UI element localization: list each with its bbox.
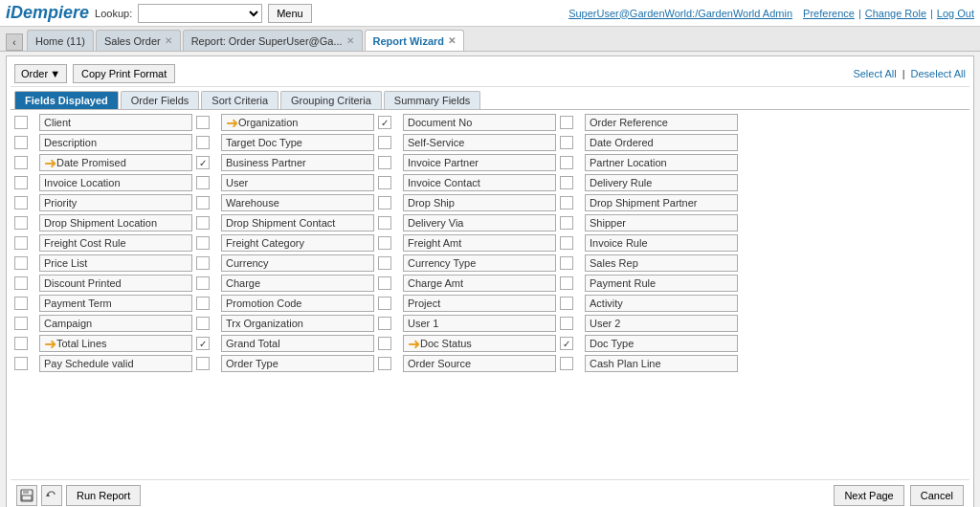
field-row-5-col1-checkbox[interactable] [14, 216, 28, 230]
field-row-4-col2-checkbox[interactable] [196, 196, 210, 209]
field-row-10-col4-checkbox[interactable] [560, 317, 573, 330]
field-row-1-col1-label: Description [39, 134, 192, 151]
field-row-3-col2-checkbox[interactable] [196, 176, 210, 189]
field-row-8-col2-checkbox[interactable] [196, 276, 210, 290]
field-row-7-col1-checkbox[interactable] [14, 256, 28, 270]
field-row-4-col1-checkbox[interactable] [14, 196, 28, 209]
field-row-11-col4-checkbox[interactable] [560, 337, 573, 350]
tab-nav-prev[interactable]: ‹ [6, 33, 23, 51]
tab-report-order-close[interactable]: ✕ [346, 35, 354, 46]
field-row-9-col1-checkbox[interactable] [14, 297, 28, 310]
lookup-label: Lookup: [95, 8, 132, 19]
field-row-2-col4-checkbox[interactable] [560, 156, 573, 169]
field-row-3-col4-checkbox[interactable] [560, 176, 573, 189]
field-row-5-col2-checkbox[interactable] [196, 216, 210, 230]
field-row-2-col2-checkbox[interactable] [196, 156, 210, 169]
logout-link[interactable]: Log Out [937, 8, 974, 19]
field-row-1-col4-checkbox[interactable] [560, 136, 573, 149]
sub-tab-order-fields[interactable]: Order Fields [121, 91, 200, 109]
field-row-11-col1-checkbox[interactable] [14, 337, 28, 350]
tab-sales-order[interactable]: Sales Order ✕ [96, 30, 181, 51]
tab-report-order[interactable]: Report: Order SuperUser@Ga... ✕ [183, 30, 363, 51]
field-row-1-col2-label: Target Doc Type [221, 134, 374, 151]
field-row-9-col4-label: Activity [585, 295, 738, 312]
order-dropdown-button[interactable]: Order ▼ [14, 64, 67, 83]
undo-icon-button[interactable] [41, 485, 62, 506]
field-row-9-col2-checkbox[interactable] [196, 297, 210, 310]
next-page-button[interactable]: Next Page [834, 485, 903, 506]
field-row-1-col3-checkbox[interactable] [378, 136, 391, 149]
sub-tab-fields-displayed[interactable]: Fields Displayed [14, 91, 119, 109]
field-row-0-col1-checkbox[interactable] [14, 116, 28, 129]
select-all-link[interactable]: Select All [853, 68, 896, 79]
field-row-1-col2-checkbox[interactable] [196, 136, 210, 149]
field-row-4-col3-checkbox[interactable] [378, 196, 391, 209]
field-row-7-col1-label: Price List [39, 254, 192, 272]
field-row-4-col4-checkbox[interactable] [560, 196, 573, 209]
field-row-7-col2-checkbox[interactable] [196, 256, 210, 270]
field-row-5-col1-label: Drop Shipment Location [39, 214, 192, 231]
field-row-11-col3-label: ➜ Doc Status [403, 335, 556, 352]
field-row-0-col4-checkbox[interactable] [560, 116, 573, 129]
field-row-3-col1-checkbox[interactable] [14, 176, 28, 189]
cancel-button[interactable]: Cancel [910, 485, 964, 506]
field-row-12-col2-checkbox[interactable] [196, 357, 210, 370]
field-row-3-col2-label: User [221, 174, 374, 191]
tab-report-wizard-close[interactable]: ✕ [448, 35, 456, 46]
sub-tab-grouping-criteria[interactable]: Grouping Criteria [280, 91, 382, 109]
field-row-6-col2-checkbox[interactable] [196, 236, 210, 250]
field-row-6-col4-checkbox[interactable] [560, 236, 573, 250]
field-row-3-col1-label: Invoice Location [39, 174, 192, 191]
field-row-10-col3-checkbox[interactable] [378, 317, 391, 330]
run-report-button[interactable]: Run Report [66, 485, 141, 506]
fields-area[interactable]: Client➜ OrganizationDocument NoOrder Ref… [11, 110, 969, 479]
field-row-7-col4-checkbox[interactable] [560, 256, 573, 270]
field-row-5-col3-checkbox[interactable] [378, 216, 391, 230]
field-row-8-col4-checkbox[interactable] [560, 276, 573, 290]
main-panel: Order ▼ Copy Print Format Select All | D… [6, 55, 974, 507]
field-row-12-col4-checkbox[interactable] [560, 357, 573, 370]
copy-print-format-button[interactable]: Copy Print Format [73, 64, 175, 83]
field-row-0-col2-checkbox[interactable] [196, 116, 210, 129]
sub-tab-sort-criteria[interactable]: Sort Criteria [201, 91, 278, 109]
tab-report-order-label: Report: Order SuperUser@Ga... [191, 35, 343, 47]
field-row-1-col1-checkbox[interactable] [14, 136, 28, 149]
field-row-6-col3-checkbox[interactable] [378, 236, 391, 250]
lookup-select[interactable] [138, 4, 262, 23]
field-row-0-col3-checkbox[interactable] [378, 116, 391, 129]
app-logo: iDempiere [6, 3, 89, 23]
field-row-5-col4-checkbox[interactable] [560, 216, 573, 230]
save-icon [20, 489, 33, 502]
field-row-10-col3-label: User 1 [403, 315, 556, 332]
change-role-link[interactable]: Change Role [865, 8, 926, 19]
field-row-7-col3-checkbox[interactable] [378, 256, 391, 270]
deselect-all-link[interactable]: Deselect All [911, 68, 966, 79]
field-row-2-col1-checkbox[interactable] [14, 156, 28, 169]
field-row-8-col4-label: Payment Rule [585, 275, 738, 292]
field-row-3-col3-checkbox[interactable] [378, 176, 391, 189]
save-icon-button[interactable] [16, 485, 37, 506]
field-row-11-col3-checkbox[interactable] [378, 337, 391, 350]
sub-tab-summary-fields[interactable]: Summary Fields [384, 91, 480, 109]
field-row-5-col4-label: Shipper [585, 214, 738, 231]
field-row-10-col1-checkbox[interactable] [14, 317, 28, 330]
field-row-12-col1-checkbox[interactable] [14, 357, 28, 370]
tab-sales-order-close[interactable]: ✕ [165, 35, 172, 46]
field-row-12-col3-checkbox[interactable] [378, 357, 391, 370]
tab-report-wizard[interactable]: Report Wizard ✕ [365, 30, 464, 51]
field-row-9-col3-checkbox[interactable] [378, 297, 391, 310]
field-row-9-col4-checkbox[interactable] [560, 297, 573, 310]
preference-link[interactable]: Preference [803, 8, 855, 19]
order-label: Order [21, 68, 48, 79]
menu-button[interactable]: Menu [268, 4, 312, 23]
field-row-2-col3-checkbox[interactable] [378, 156, 391, 169]
field-row-10-col2-checkbox[interactable] [196, 317, 210, 330]
field-row-8-col3-checkbox[interactable] [378, 276, 391, 290]
field-row-11-col2-checkbox[interactable] [196, 337, 210, 350]
field-row-6-col1-checkbox[interactable] [14, 236, 28, 250]
top-bar: iDempiere Lookup: Menu SuperUser@GardenW… [0, 0, 980, 27]
field-row-4-col4-label: Drop Shipment Partner [585, 194, 738, 211]
tab-home[interactable]: Home (11) [27, 30, 94, 51]
field-row-8-col1-checkbox[interactable] [14, 276, 28, 290]
arrow-icon: ➜ [44, 154, 56, 171]
